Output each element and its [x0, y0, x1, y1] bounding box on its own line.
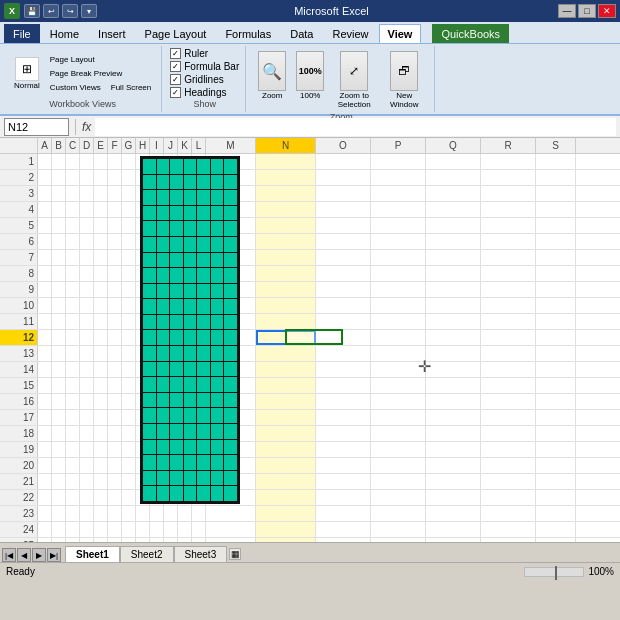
cell[interactable]: [94, 250, 108, 265]
cell[interactable]: [316, 282, 371, 297]
insert-sheet-button[interactable]: ▦: [229, 548, 241, 560]
cell[interactable]: [52, 378, 66, 393]
zoom-button[interactable]: 🔍 Zoom: [254, 48, 290, 112]
cell[interactable]: [536, 362, 576, 377]
formula-bar-checkbox-item[interactable]: ✓ Formula Bar: [170, 61, 239, 72]
ruler-checkbox-item[interactable]: ✓ Ruler: [170, 48, 239, 59]
zoom-slider[interactable]: [524, 567, 584, 577]
col-header-k[interactable]: K: [178, 138, 192, 153]
cell[interactable]: [108, 490, 122, 505]
gridlines-checkbox-item[interactable]: ✓ Gridlines: [170, 74, 239, 85]
cell[interactable]: [108, 522, 122, 537]
normal-view-button[interactable]: ⊞ Normal: [10, 54, 44, 93]
page-layout-button[interactable]: Page Layout: [46, 53, 155, 66]
row-num-9[interactable]: 9: [0, 282, 38, 297]
cell[interactable]: [66, 394, 80, 409]
cell[interactable]: [122, 378, 136, 393]
cell[interactable]: [38, 282, 52, 297]
col-header-b[interactable]: B: [52, 138, 66, 153]
cell[interactable]: [316, 346, 371, 361]
cell[interactable]: [316, 218, 371, 233]
cell[interactable]: [38, 474, 52, 489]
cell[interactable]: [38, 522, 52, 537]
cell[interactable]: [536, 346, 576, 361]
cell[interactable]: [481, 154, 536, 169]
cell[interactable]: [536, 154, 576, 169]
cell[interactable]: [66, 202, 80, 217]
cell[interactable]: [316, 410, 371, 425]
cell[interactable]: [256, 410, 316, 425]
formula-bar-checkbox[interactable]: ✓: [170, 61, 181, 72]
cell[interactable]: [316, 234, 371, 249]
cell[interactable]: [80, 410, 94, 425]
row-num-4[interactable]: 4: [0, 202, 38, 217]
quick-access-dropdown[interactable]: ▾: [81, 4, 97, 18]
cell[interactable]: [256, 202, 316, 217]
cell[interactable]: [316, 522, 371, 537]
maximize-button[interactable]: □: [578, 4, 596, 18]
quick-access-redo[interactable]: ↪: [62, 4, 78, 18]
tab-view[interactable]: View: [379, 24, 422, 43]
tab-page-layout[interactable]: Page Layout: [136, 24, 216, 43]
cell[interactable]: [316, 362, 371, 377]
cell[interactable]: [66, 442, 80, 457]
headings-checkbox[interactable]: ✓: [170, 87, 181, 98]
row-num-17[interactable]: 17: [0, 410, 38, 425]
cell[interactable]: [122, 506, 136, 521]
cell[interactable]: [316, 170, 371, 185]
cell[interactable]: [52, 234, 66, 249]
cell[interactable]: [122, 474, 136, 489]
cell[interactable]: [108, 394, 122, 409]
cell[interactable]: [536, 266, 576, 281]
cell[interactable]: [481, 442, 536, 457]
cell[interactable]: [80, 250, 94, 265]
col-header-f[interactable]: F: [108, 138, 122, 153]
row-num-5[interactable]: 5: [0, 218, 38, 233]
col-header-i[interactable]: I: [150, 138, 164, 153]
row-num-13[interactable]: 13: [0, 346, 38, 361]
cell[interactable]: [80, 474, 94, 489]
cell[interactable]: [192, 506, 206, 521]
cell[interactable]: [536, 314, 576, 329]
cell[interactable]: [481, 234, 536, 249]
cell[interactable]: [256, 394, 316, 409]
cell[interactable]: [80, 170, 94, 185]
cell[interactable]: [316, 186, 371, 201]
cell[interactable]: [371, 154, 426, 169]
cell[interactable]: [136, 506, 150, 521]
cell[interactable]: [481, 170, 536, 185]
cell[interactable]: [536, 394, 576, 409]
cell[interactable]: [192, 522, 206, 537]
cell[interactable]: [108, 154, 122, 169]
cell[interactable]: [108, 266, 122, 281]
cell[interactable]: [426, 266, 481, 281]
cell[interactable]: [122, 282, 136, 297]
tab-review[interactable]: Review: [323, 24, 377, 43]
row-num-12[interactable]: 12: [0, 330, 38, 345]
cell[interactable]: [316, 250, 371, 265]
cell[interactable]: [122, 250, 136, 265]
cell[interactable]: [122, 154, 136, 169]
col-header-l[interactable]: L: [192, 138, 206, 153]
cell[interactable]: [66, 170, 80, 185]
cell[interactable]: [80, 378, 94, 393]
zoom-100-button[interactable]: 100% 100%: [292, 48, 328, 112]
cell[interactable]: [164, 506, 178, 521]
cell[interactable]: [94, 362, 108, 377]
cell[interactable]: [38, 442, 52, 457]
cell[interactable]: [38, 330, 52, 345]
tab-quickbooks[interactable]: QuickBooks: [432, 24, 509, 43]
cell[interactable]: [108, 234, 122, 249]
name-box[interactable]: N12: [4, 118, 69, 136]
cell[interactable]: [536, 186, 576, 201]
cell[interactable]: [52, 346, 66, 361]
row-num-11[interactable]: 11: [0, 314, 38, 329]
zoom-to-selection-button[interactable]: ⤢ Zoom to Selection: [330, 48, 378, 112]
cell[interactable]: [256, 522, 316, 537]
cell[interactable]: [38, 170, 52, 185]
cell[interactable]: [80, 490, 94, 505]
cell[interactable]: [481, 346, 536, 361]
cell[interactable]: [536, 458, 576, 473]
custom-views-button[interactable]: Custom Views: [46, 81, 105, 94]
cell[interactable]: [371, 394, 426, 409]
